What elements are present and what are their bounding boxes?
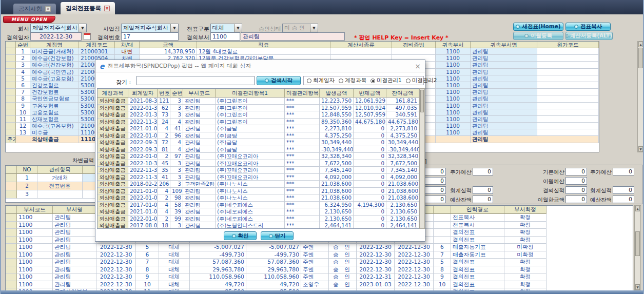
- tab-notice[interactable]: 공지사항 ×: [13, 4, 56, 14]
- new-slip-button[interactable]: 새전표(Home): [513, 23, 563, 31]
- table-row[interactable]: 외상매출금2022-01-00297관리팀(주)꼬매요코리아***32,328,…: [97, 153, 419, 160]
- slip-type-select[interactable]: 대체 ▼: [210, 24, 242, 32]
- table-row[interactable]: 외상매출금2022-01-00299관리팀(주)네오피에스***2,130,65…: [97, 215, 419, 223]
- column-header[interactable]: 순번: [16, 42, 30, 48]
- table-row[interactable]: 1미지급금(거래처)21000301대변14,378,95012월 4대보험료1…: [6, 48, 599, 55]
- tab-close-icon[interactable]: ×: [104, 6, 110, 11]
- column-header[interactable]: [6, 206, 17, 214]
- budget-value-input[interactable]: 0: [565, 195, 587, 203]
- table-row[interactable]: 외상매출금2018-02-282063고객만족2팀(J2(주)나노시스***21…: [97, 181, 419, 188]
- scrollbar[interactable]: [419, 88, 425, 229]
- scroll-up-icon[interactable]: ▲: [638, 42, 643, 47]
- column-header[interactable]: 번호: [158, 89, 170, 97]
- column-header[interactable]: 부서코드: [183, 89, 216, 97]
- column-header[interactable]: 부서명: [53, 206, 96, 214]
- column-header[interactable]: 회계일자: [128, 89, 158, 97]
- column-header[interactable]: 귀속부서: [436, 42, 471, 48]
- ok-button[interactable]: 확인: [224, 231, 257, 240]
- scrollbar-thumb[interactable]: [638, 48, 643, 68]
- table-row[interactable]: 외상매출금2022-11-30413관리팀(주)꼬매요코리아***4,092,0…: [97, 174, 419, 181]
- calendar-icon[interactable]: [84, 33, 91, 40]
- table-row[interactable]: 1100관리팀2022-12-305대체-5,007,027-5,007,027…: [6, 244, 633, 251]
- radio-option[interactable]: 계정과목: [339, 77, 366, 84]
- radio-option[interactable]: 미결관리1: [370, 77, 402, 84]
- copy-slip-button[interactable]: 전표복사: [565, 23, 611, 31]
- dialog-close-button[interactable]: 닫기: [261, 231, 294, 240]
- budget-value-input[interactable]: 0: [565, 177, 587, 185]
- table-row[interactable]: 외상매출금2021-01-004109관리팀(주)나노시스***21,038,6…: [97, 188, 419, 195]
- column-header[interactable]: 발생금액: [320, 89, 354, 97]
- scrollbar[interactable]: ▲ ▼: [637, 41, 644, 152]
- budget-value-input[interactable]: 0: [473, 168, 493, 175]
- column-header[interactable]: 부서확정: [504, 206, 547, 214]
- table-row[interactable]: 1100관리팀2022-12-306대체-499,730-499,730주엔승 …: [6, 251, 633, 259]
- menu-open-ribbon[interactable]: MENU OPEN: [3, 16, 55, 23]
- column-header[interactable]: 순번: [170, 89, 183, 97]
- table-row[interactable]: 외상매출금2022-09-30724관리팀(주)금담***30,349,4400…: [97, 139, 419, 146]
- scroll-up-icon[interactable]: ▲: [635, 206, 640, 211]
- site-select[interactable]: 제일저지주식회사 ▼: [121, 24, 179, 32]
- budget-value-input[interactable]: 0: [613, 186, 634, 194]
- table-row[interactable]: 외상매출금2022-10-31453관리팀(주)꼬매요코리아***7,672,5…: [97, 160, 419, 167]
- company-select[interactable]: 제일저지주식회사 ▼: [30, 24, 87, 32]
- budget-value-input[interactable]: 0: [473, 195, 493, 203]
- search-input[interactable]: [136, 76, 255, 85]
- column-header[interactable]: 계산서종류: [330, 42, 392, 48]
- column-header[interactable]: NO: [17, 166, 37, 174]
- column-header[interactable]: 귀속부서명: [471, 42, 537, 48]
- carryover-button[interactable]: 이월등록: [513, 32, 563, 40]
- column-header[interactable]: 관리항목: [37, 166, 83, 174]
- radio-option[interactable]: 회계일자: [307, 77, 335, 84]
- budget-value-input[interactable]: 0: [565, 186, 587, 194]
- slip-date-field[interactable]: 2022-12-30: [30, 32, 82, 41]
- column-header[interactable]: 계정코드: [79, 42, 115, 48]
- radio-icon[interactable]: [406, 79, 411, 83]
- scrollbar-thumb[interactable]: [635, 231, 640, 256]
- table-row[interactable]: 외상매출금2021-01-00439관리팀(주)네오피에스***2,130,65…: [97, 208, 419, 215]
- slip-no-input[interactable]: 17: [121, 32, 179, 41]
- table-row[interactable]: 외상매출금2017-08-01183관리팀(주)노블인더스트리***2,464,…: [97, 222, 419, 229]
- chevron-down-icon[interactable]: ▼: [79, 24, 86, 32]
- radio-icon[interactable]: [370, 79, 375, 83]
- column-header[interactable]: 경비증빙: [392, 42, 436, 48]
- invoice-reg-button[interactable]: 계산서등록(ALT): [565, 32, 613, 40]
- table-row[interactable]: 외상매출금2022-01-31623관리팀(주)그린조이***12,507,95…: [97, 105, 419, 112]
- tab-slip-entry[interactable]: 결의전표등록 ×: [61, 2, 115, 14]
- table-row[interactable]: 외상매출금2022-11-30244관리팀(주)그린조이***89,350,36…: [97, 119, 419, 126]
- column-header[interactable]: 차/대: [115, 42, 140, 48]
- budget-value-input[interactable]: 0: [613, 168, 634, 175]
- table-row[interactable]: 외상매출금2022-09-30814관리팀(주)금담***-30,349,440…: [97, 146, 419, 153]
- column-header[interactable]: [434, 206, 451, 214]
- radio-icon[interactable]: [339, 79, 343, 83]
- column-header[interactable]: 적요: [197, 42, 330, 48]
- chevron-down-icon[interactable]: ▼: [170, 24, 178, 32]
- scrollbar[interactable]: ▲ ▼: [634, 205, 641, 290]
- radio-icon[interactable]: [307, 79, 311, 83]
- column-header[interactable]: 반제금액: [354, 89, 386, 97]
- budget-value-input[interactable]: 0: [565, 168, 587, 175]
- column-header[interactable]: 계정과목: [97, 89, 128, 97]
- table-row[interactable]: 외상매출금2022-01-00298관리팀(주)나노시스***21,038,60…: [97, 194, 419, 202]
- table-row[interactable]: 1100관리팀2022-12-307대체57,087,36057,087,360…: [6, 259, 633, 266]
- search-start-button[interactable]: 검색시작: [257, 76, 301, 85]
- budget-value-input[interactable]: 0: [473, 186, 493, 194]
- table-row[interactable]: 외상매출금2022-01-00296관리팀(주)금담***4,375,25004…: [97, 132, 419, 140]
- close-icon[interactable]: ×: [415, 62, 421, 70]
- column-header[interactable]: 부서코드: [17, 206, 53, 214]
- column-header[interactable]: [6, 42, 16, 48]
- column-header[interactable]: 미결관리항목2: [285, 89, 320, 97]
- column-header[interactable]: 금액: [140, 42, 197, 48]
- tab-close-icon[interactable]: ×: [45, 6, 51, 12]
- column-header[interactable]: [6, 166, 17, 174]
- table-row[interactable]: 1100관리팀2022-12-308대체29,963,78029,963,780…: [6, 266, 633, 274]
- table-row[interactable]: 외상매출금2022-01-31733관리팀(주)그린조이***12,848,55…: [97, 111, 419, 119]
- table-row[interactable]: 외상매출금2022-11-30353관리팀(주)꼬매요코리아***7,345,1…: [97, 167, 419, 174]
- budget-value-input[interactable]: 0: [613, 195, 634, 203]
- column-header[interactable]: 계정명: [30, 42, 79, 48]
- radio-option[interactable]: 미결관리2: [406, 77, 437, 84]
- column-header[interactable]: 입력경로: [451, 206, 504, 214]
- dialog-titlebar[interactable]: e 전표세부항목(SPNDCDPop) 팝업 -- 웹 페이지 대화 상자 ×: [95, 60, 425, 72]
- column-header[interactable]: 원가코드: [537, 42, 599, 48]
- table-row[interactable]: 1100관리팀2022-12-3010대체49,72049,720조영우승 인2…: [6, 281, 633, 289]
- table-row[interactable]: 외상매출금2021-08-311213관리팀(주)그린조이***12,223,7…: [97, 97, 419, 105]
